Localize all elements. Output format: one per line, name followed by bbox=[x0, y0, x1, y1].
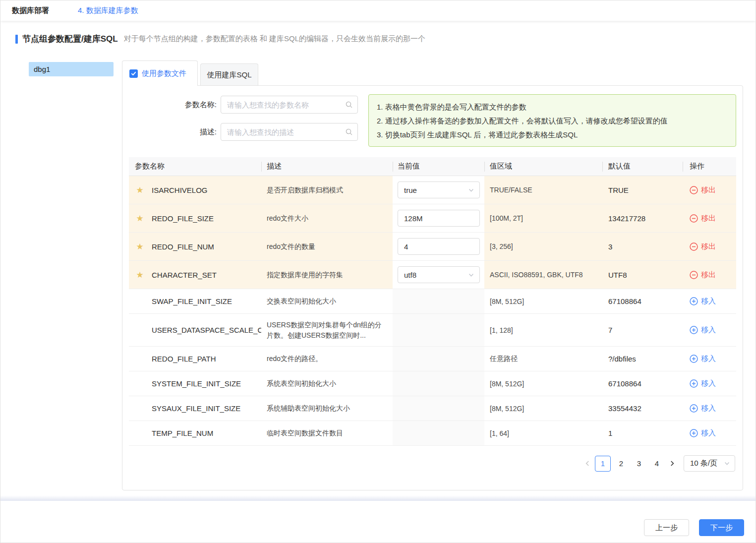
accent-bar bbox=[15, 35, 18, 44]
top-header: 数据库部署 4. 数据库建库参数 bbox=[0, 0, 756, 21]
app-title: 数据库部署 bbox=[12, 6, 49, 15]
default-value: 33554432 bbox=[608, 404, 641, 413]
action-cell: 移出 bbox=[683, 204, 736, 232]
section-header: 节点组参数配置/建库SQL 对于每个节点组的构建，参数配置的表格 和 建库SQL… bbox=[15, 33, 425, 45]
value-range-cell: [8M, 512G] bbox=[484, 396, 602, 421]
param-desc-cell: redo文件的路径。 bbox=[261, 347, 393, 371]
next-step-button[interactable]: 下一步 bbox=[699, 519, 744, 536]
table-row: ★SYSTEM_FILE_INIT_SIZE系统表空间初始化大小[8M, 512… bbox=[129, 371, 736, 396]
remove-param-button[interactable]: 移出 bbox=[690, 185, 716, 195]
param-desc-cell: 指定数据库使用的字符集 bbox=[261, 261, 393, 289]
table-row: ★CHARACTER_SET指定数据库使用的字符集utf8ASCII, ISO8… bbox=[129, 261, 736, 289]
search-icon[interactable] bbox=[345, 101, 353, 110]
param-desc: 交换表空间初始化大小 bbox=[267, 296, 343, 306]
table-row: ★SYSAUX_FILE_INIT_SIZE系统辅助表空间初始化大小[8M, 5… bbox=[129, 396, 736, 421]
page-number-4[interactable]: 4 bbox=[649, 456, 664, 472]
add-param-button[interactable]: 移入 bbox=[690, 354, 716, 363]
prev-step-button[interactable]: 上一步 bbox=[644, 519, 689, 536]
param-desc: 系统表空间初始化大小 bbox=[267, 378, 343, 389]
col-header-current-value: 当前值 bbox=[393, 157, 484, 176]
prev-page-icon[interactable] bbox=[582, 456, 593, 472]
value-range-cell: 任意路径 bbox=[484, 347, 602, 371]
default-value: 134217728 bbox=[608, 214, 645, 223]
param-desc-cell: 交换表空间初始化大小 bbox=[261, 289, 393, 313]
current-value-cell: true bbox=[393, 176, 484, 204]
current-value-input[interactable] bbox=[398, 238, 480, 255]
param-name: REDO_FILE_PATH bbox=[152, 355, 216, 363]
remove-param-button[interactable]: 移出 bbox=[690, 242, 716, 251]
pagination: 1234 10 条/页 bbox=[582, 455, 735, 472]
value-range-cell: ASCII, ISO88591, GBK, UTF8 bbox=[484, 261, 602, 289]
current-value-select[interactable]: utf8 bbox=[398, 266, 480, 283]
value-range: [8M, 512G] bbox=[490, 405, 524, 413]
next-page-icon[interactable] bbox=[666, 456, 678, 472]
param-name: SYSAUX_FILE_INIT_SIZE bbox=[152, 404, 240, 413]
default-value: 1 bbox=[608, 429, 612, 437]
current-value: utf8 bbox=[404, 271, 416, 279]
add-param-button[interactable]: 移入 bbox=[690, 325, 716, 335]
param-desc-cell: USERS数据空间对集群每个dn组的分片数。创建USERS数据空间时... bbox=[261, 314, 393, 346]
action-cell: 移入 bbox=[683, 314, 736, 346]
param-name-cell: ★SYSAUX_FILE_INIT_SIZE bbox=[129, 396, 261, 421]
value-range-cell: TRUE/FALSE bbox=[484, 176, 602, 204]
filter-row-desc: 描述: bbox=[165, 123, 358, 141]
action-cell: 移出 bbox=[683, 261, 736, 289]
star-icon: ★ bbox=[135, 270, 145, 280]
param-name: CHARACTER_SET bbox=[152, 271, 217, 279]
add-param-button[interactable]: 移入 bbox=[690, 297, 716, 306]
add-param-button[interactable]: 移入 bbox=[690, 379, 716, 388]
page-number-3[interactable]: 3 bbox=[632, 456, 646, 472]
param-name: TEMP_FILE_NUM bbox=[152, 429, 213, 437]
param-desc: 系统辅助表空间初始化大小 bbox=[267, 403, 357, 414]
value-range-cell: [8M, 512G] bbox=[484, 371, 602, 396]
page-number-1[interactable]: 1 bbox=[595, 456, 611, 472]
param-desc-cell: 临时表空间数据文件数目 bbox=[261, 421, 393, 445]
default-value-cell: 3 bbox=[602, 233, 683, 260]
current-value-select[interactable]: true bbox=[398, 181, 480, 198]
notice-line-1: 1. 表格中黄色背景的是会写入配置文件的参数 bbox=[377, 100, 728, 114]
remove-param-button[interactable]: 移出 bbox=[690, 270, 716, 280]
default-value-cell: TRUE bbox=[602, 176, 683, 204]
tab-use-param-file[interactable]: 使用参数文件 bbox=[122, 60, 198, 86]
checkbox-checked-icon[interactable] bbox=[129, 69, 138, 78]
current-value-cell bbox=[393, 314, 484, 346]
default-value-cell: 33554432 bbox=[602, 396, 683, 421]
current-value-input[interactable] bbox=[398, 210, 480, 227]
value-range: [1, 128] bbox=[490, 326, 513, 334]
table-row: ★USERS_DATASPACE_SCALE_CUSERS数据空间对集群每个dn… bbox=[129, 314, 736, 347]
param-name-cell: ★CHARACTER_SET bbox=[129, 261, 261, 289]
value-range: 任意路径 bbox=[490, 355, 518, 363]
value-range: [8M, 512G] bbox=[490, 298, 524, 305]
action-cell: 移入 bbox=[683, 396, 736, 421]
add-param-button[interactable]: 移入 bbox=[690, 404, 716, 413]
param-desc-cell: redo文件的数量 bbox=[261, 233, 393, 260]
default-value: 7 bbox=[608, 326, 612, 334]
page-number-2[interactable]: 2 bbox=[614, 456, 629, 472]
breadcrumb[interactable]: 4. 数据库建库参数 bbox=[78, 6, 138, 15]
default-value-cell: 1 bbox=[602, 421, 683, 445]
action-cell: 移入 bbox=[683, 371, 736, 396]
desc-filter-input[interactable] bbox=[221, 123, 358, 141]
notice-line-2: 2. 通过移入操作将备选的参数加入配置文件，会将默认值写入，请修改成您希望设置的… bbox=[377, 114, 728, 128]
table-row: ★REDO_FILE_SIZEredo文件大小[100M, 2T]1342177… bbox=[129, 204, 736, 233]
param-name-cell: ★TEMP_FILE_NUM bbox=[129, 421, 261, 445]
param-name-filter-input[interactable] bbox=[221, 96, 358, 114]
default-value-cell: 134217728 bbox=[602, 204, 683, 232]
current-value-cell bbox=[393, 371, 484, 396]
remove-param-button[interactable]: 移出 bbox=[690, 214, 716, 223]
param-desc: redo文件大小 bbox=[267, 213, 315, 224]
table-header: 参数名称 描述 当前值 值区域 默认值 操作 bbox=[129, 157, 736, 176]
page-size-select[interactable]: 10 条/页 bbox=[684, 455, 735, 472]
param-name: SYSTEM_FILE_INIT_SIZE bbox=[152, 379, 241, 388]
add-param-button[interactable]: 移入 bbox=[690, 428, 716, 438]
action-cell: 移入 bbox=[683, 421, 736, 445]
param-desc: redo文件的数量 bbox=[267, 241, 322, 252]
param-name: ISARCHIVELOG bbox=[152, 186, 208, 194]
search-icon[interactable] bbox=[345, 128, 353, 137]
param-desc: USERS数据空间对集群每个dn组的分片数。创建USERS数据空间时... bbox=[267, 320, 393, 341]
sidebar-item-dbg1[interactable]: dbg1 bbox=[29, 62, 114, 76]
star-icon: ★ bbox=[135, 241, 145, 252]
default-value-cell: 67108864 bbox=[602, 371, 683, 396]
action-cell: 移出 bbox=[683, 233, 736, 260]
tab-use-sql[interactable]: 使用建库SQL bbox=[200, 63, 258, 86]
